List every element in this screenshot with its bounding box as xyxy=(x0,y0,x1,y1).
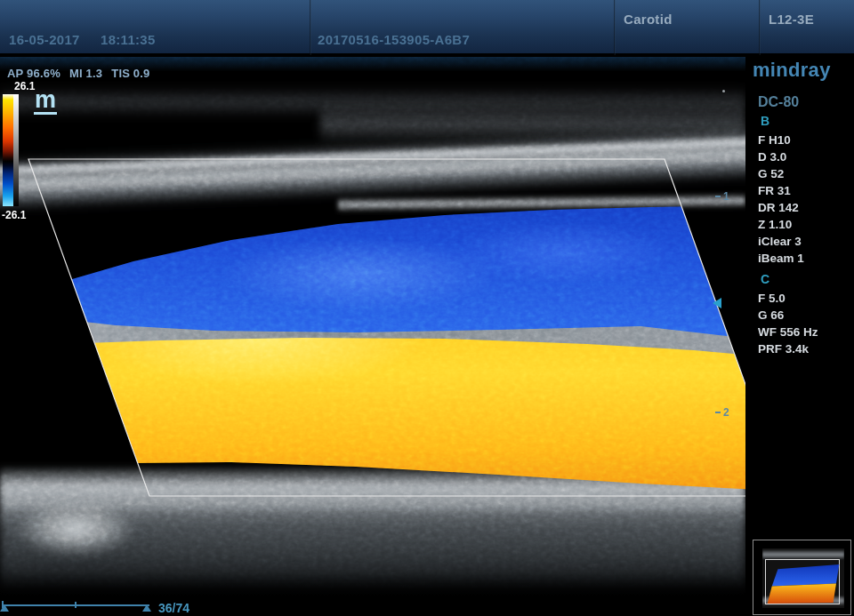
param-c-frequency: F 5.0 xyxy=(758,290,852,307)
depth-marker-2: 2 xyxy=(715,406,729,419)
ultrasound-screen: 16-05-2017 18:11:35 20170516-153905-A6B7… xyxy=(0,0,854,616)
param-gain: G 52 xyxy=(758,165,852,182)
depth-label: 2 xyxy=(723,406,729,419)
depth-label: 1 xyxy=(723,190,729,203)
b-mode-label: B xyxy=(761,114,769,128)
color-scale-max: 26.1 xyxy=(14,80,35,92)
ultrasound-image: AP 96.6%MI 1.3TIS 0.9 26.1 -26.1 m 1 2 xyxy=(0,57,745,601)
acoustic-output-readout: AP 96.6%MI 1.3TIS 0.9 xyxy=(7,67,159,80)
cine-mid-tick xyxy=(75,602,77,608)
c-mode-params: F 5.0 G 66 WF 556 Hz PRF 3.4k xyxy=(758,290,852,357)
param-frequency: F H10 xyxy=(758,132,852,148)
system-model: DC-80 xyxy=(758,94,799,110)
header-divider xyxy=(310,0,311,55)
probe-name[interactable]: L12-3E xyxy=(769,12,814,27)
thumb-roi-outline xyxy=(765,559,840,604)
clip-thumbnail-panel[interactable] xyxy=(753,540,851,615)
depth-tick xyxy=(715,196,721,197)
exam-id: 20170516-153905-A6B7 xyxy=(318,32,470,47)
depth-tick xyxy=(715,412,721,413)
frame-counter: 36/74 xyxy=(158,601,189,615)
mi-value: MI 1.3 xyxy=(69,67,102,80)
b-mode-params: F H10 D 3.0 G 52 FR 31 DR 142 Z 1.10 iCl… xyxy=(758,132,852,267)
depth-marker-1: 1 xyxy=(715,190,729,203)
tissue-layer xyxy=(0,572,745,601)
ap-value: AP 96.6% xyxy=(7,67,60,80)
header-divider xyxy=(759,0,761,55)
param-depth: D 3.0 xyxy=(758,148,852,165)
cine-progress-bar[interactable]: 36/74 xyxy=(0,601,356,616)
color-scale-bar xyxy=(3,94,19,206)
exam-preset[interactable]: Carotid xyxy=(624,12,673,27)
param-wall-filter: WF 556 Hz xyxy=(758,324,852,340)
thumb-tissue-layer xyxy=(762,550,844,559)
param-frame-rate: FR 31 xyxy=(758,182,852,199)
mindray-logo: mindray xyxy=(753,59,831,82)
m-watermark-icon: m xyxy=(34,88,57,115)
doppler-color-strip xyxy=(3,94,13,206)
param-iclear: iClear 3 xyxy=(758,233,852,250)
tis-value: TIS 0.9 xyxy=(111,67,149,80)
focus-position-icon[interactable] xyxy=(713,298,721,308)
parameter-sidebar: mindray DC-80 B F H10 D 3.0 G 52 FR 31 D… xyxy=(745,57,854,616)
cine-start-marker-icon[interactable] xyxy=(0,604,9,612)
color-scale-min: -26.1 xyxy=(2,209,26,221)
tissue-layer xyxy=(13,501,138,556)
cine-position-marker-icon[interactable] xyxy=(142,604,151,612)
param-prf: PRF 3.4k xyxy=(758,340,852,357)
gray-scale-strip xyxy=(13,94,19,206)
exam-date: 16-05-2017 xyxy=(9,32,80,47)
clip-thumbnail-image[interactable] xyxy=(762,548,844,608)
param-dynamic-range: DR 142 xyxy=(758,199,852,216)
param-c-gain: G 66 xyxy=(758,307,852,324)
header-bar: 16-05-2017 18:11:35 20170516-153905-A6B7… xyxy=(0,0,854,55)
exam-time: 18:11:35 xyxy=(101,32,156,47)
c-mode-label: C xyxy=(761,272,769,286)
param-zoom: Z 1.10 xyxy=(758,216,852,233)
header-divider xyxy=(614,0,616,55)
param-ibeam: iBeam 1 xyxy=(758,250,852,267)
depth-zero-dot xyxy=(722,90,725,92)
